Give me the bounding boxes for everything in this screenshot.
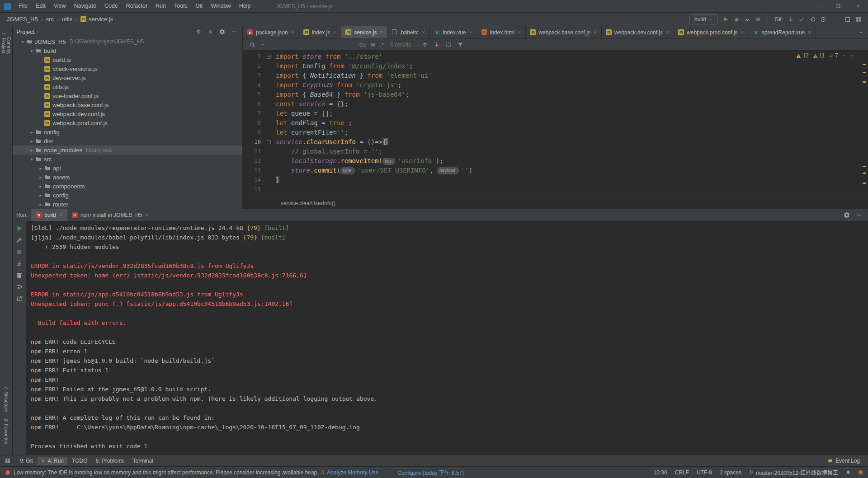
run-tab-build[interactable]: nbuild: [31, 209, 67, 221]
menu-help[interactable]: Help: [235, 0, 255, 12]
search-input[interactable]: [269, 42, 355, 48]
close-tab-icon[interactable]: [469, 30, 473, 34]
close-tab-icon[interactable]: [421, 30, 425, 34]
run-console[interactable]: [SldL] ./node_modules/regenerator-runtim…: [26, 221, 868, 455]
chevron-down-icon[interactable]: [36, 30, 40, 34]
tool-window-button-9-git[interactable]: 9: Git: [16, 457, 37, 465]
tree-item-check-versions-js[interactable]: JScheck-versions.js: [13, 64, 242, 73]
layout-icon[interactable]: [844, 16, 851, 23]
breadcrumb-item-utils[interactable]: utils: [60, 16, 75, 23]
edit-configuration-button[interactable]: [16, 237, 23, 244]
editor-tab-spreadreport-vue[interactable]: VspreadReport.vue: [749, 26, 816, 38]
code-line-7[interactable]: 7let queue = [];: [243, 109, 868, 118]
code-line-13[interactable]: 13 store.commit(type:'user/SET_USERINFO'…: [243, 166, 868, 175]
project-panel-title[interactable]: Project: [16, 28, 34, 35]
code-editor[interactable]: 1−import store from '../store'2import Co…: [243, 51, 868, 197]
analyze-memory-link[interactable]: Analyze Memory Use: [327, 469, 378, 476]
code-line-12[interactable]: 12 localStorage.removeItem(key:'userInfo…: [243, 156, 868, 166]
notifications-icon[interactable]: [846, 470, 851, 475]
tree-item-webpack-prod-conf-js[interactable]: JSwebpack.prod.conf.js: [13, 118, 242, 127]
minimize-button[interactable]: [808, 0, 828, 12]
search-icon[interactable]: [249, 42, 255, 48]
gear-icon[interactable]: [844, 212, 850, 218]
clear-button[interactable]: [16, 272, 23, 279]
previous-problem-icon[interactable]: [842, 54, 846, 58]
tree-item-assets[interactable]: ▸assets: [13, 173, 242, 182]
close-tab-icon[interactable]: [741, 30, 745, 34]
tool-window-button-todo[interactable]: TODO: [68, 457, 91, 465]
tool-windows-icon[interactable]: [855, 16, 862, 23]
hide-panel-icon[interactable]: [856, 212, 863, 218]
previous-occurrence-icon[interactable]: [422, 42, 428, 48]
words-toggle[interactable]: W: [370, 42, 375, 47]
code-line-14[interactable]: 14}: [243, 175, 868, 185]
close-tab-icon[interactable]: [333, 30, 337, 34]
code-line-6[interactable]: 6const service = {};: [243, 99, 868, 109]
code-line-1[interactable]: 1−import store from '../store': [243, 52, 868, 61]
locate-file-icon[interactable]: [196, 29, 202, 35]
menu-navigate[interactable]: Navigate: [70, 0, 100, 12]
open-button[interactable]: [16, 295, 23, 302]
caret-position[interactable]: 10:30: [654, 469, 667, 476]
tree-item-components[interactable]: ▸components: [13, 182, 242, 191]
tree-item-dist[interactable]: ▸dist: [13, 136, 242, 145]
line-separator[interactable]: CRLF: [675, 469, 689, 476]
tree-item-webpack-base-conf-js[interactable]: JSwebpack.base.conf.js: [13, 100, 242, 109]
close-tab-icon[interactable]: [517, 30, 521, 34]
close-tab-icon[interactable]: [59, 213, 63, 217]
update-project-button[interactable]: [788, 16, 794, 23]
hidden-tabs-icon[interactable]: [859, 26, 868, 38]
stop-button[interactable]: [16, 248, 23, 255]
close-tab-icon[interactable]: [291, 30, 295, 34]
scroll-to-end-button[interactable]: [16, 260, 23, 267]
menu-code[interactable]: Code: [100, 0, 122, 12]
run-configuration-select[interactable]: build: [689, 14, 718, 24]
code-line-3[interactable]: 3import { Notification } from 'element-u…: [243, 71, 868, 80]
file-encoding[interactable]: UTF-8: [697, 469, 712, 476]
code-line-4[interactable]: 4import CryptoJS from 'crypto-js';: [243, 80, 868, 90]
tree-item-jgmes-h5[interactable]: ▾JGMES_H5D:\JGWork\project\JGMES_H5: [13, 37, 242, 46]
code-line-10[interactable]: 10−service.clearUserInfo = ()=>{: [243, 137, 868, 147]
tree-item-src[interactable]: ▾src: [13, 155, 242, 164]
editor-tab-babelrc[interactable]: .babelrc: [388, 26, 430, 38]
breadcrumb-item-service-js[interactable]: JSservice.js: [78, 16, 115, 23]
tool-window-button-1-project[interactable]: 1: Project: [1, 33, 6, 53]
code-line-15[interactable]: 15: [243, 185, 868, 194]
menu-git[interactable]: Git: [191, 0, 207, 12]
menu-file[interactable]: File: [14, 0, 32, 12]
filter-icon[interactable]: [457, 42, 463, 48]
tool-window-button-commit[interactable]: Commit: [6, 37, 12, 54]
fold-marker-icon[interactable]: −: [267, 140, 271, 144]
editor-tab-index-html[interactable]: 5index.html: [477, 26, 526, 38]
run-button[interactable]: [722, 16, 729, 23]
tree-item-build[interactable]: ▾build: [13, 46, 242, 55]
close-tab-icon[interactable]: [379, 30, 383, 34]
search-history-icon[interactable]: [261, 42, 265, 47]
rerun-button[interactable]: [16, 225, 23, 232]
code-line-11[interactable]: 11 // global.userInfo = '';: [243, 147, 868, 156]
stop-button[interactable]: [755, 16, 761, 23]
code-line-8[interactable]: 8let endFlag = true ;: [243, 118, 868, 128]
close-button[interactable]: [848, 0, 868, 12]
editor-tab-webpack-dev-conf-js[interactable]: JSwebpack.dev.conf.js: [602, 26, 674, 38]
fold-marker-icon[interactable]: −: [267, 55, 271, 59]
history-button[interactable]: [820, 16, 826, 23]
code-line-5[interactable]: 5import { Base64 } from 'js-base64';: [243, 90, 868, 99]
tree-item-node-modules[interactable]: ▸node_moduleslibrary root: [13, 145, 242, 155]
git-branch[interactable]: master-20200512-红外线数据报工: [749, 469, 838, 476]
debug-button[interactable]: [733, 16, 740, 23]
tree-item-dev-server-js[interactable]: JSdev-server.js: [13, 73, 242, 82]
tool-window-button-6-problems[interactable]: 6: Problems: [92, 457, 128, 465]
next-occurrence-icon[interactable]: [434, 42, 440, 48]
editor-tab-index-vue[interactable]: Vindex.vue: [430, 26, 477, 38]
close-tab-icon[interactable]: [807, 30, 811, 34]
tree-item-utils-js[interactable]: JSutils.js: [13, 82, 242, 91]
collapse-all-icon[interactable]: [208, 29, 213, 35]
editor-tab-index-js[interactable]: JSindex.js: [299, 26, 342, 38]
tool-window-switcher-icon[interactable]: [5, 458, 11, 464]
tree-item-webpack-dev-conf-js[interactable]: JSwebpack.dev.conf.js: [13, 109, 242, 118]
tree-item-config[interactable]: ▸config: [13, 127, 242, 136]
match-case-toggle[interactable]: Cc: [359, 42, 366, 47]
tool-window-button-7-structure[interactable]: 7: Structure: [4, 386, 9, 412]
run-tab-npm-install-in-jgmes-h5[interactable]: nnpm install in JGMES_H5: [67, 209, 154, 221]
